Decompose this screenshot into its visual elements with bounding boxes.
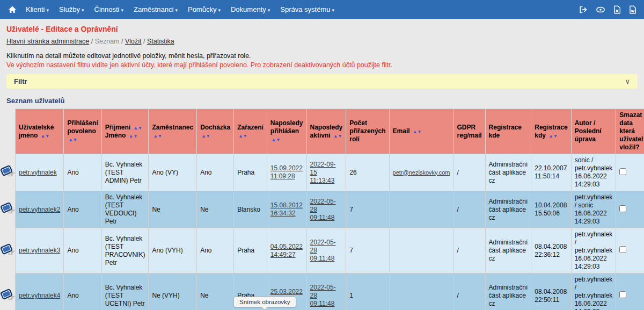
nav-item-dokumenty[interactable]: Dokumenty▾: [231, 5, 270, 13]
nav-item-spr-va-syst-mu[interactable]: Správa systému▾: [280, 5, 334, 13]
nav-item--innosti[interactable]: Činnosti▾: [94, 5, 124, 13]
user-detail-icon[interactable]: ☞: [0, 243, 15, 257]
breadcrumb: Hlavní stránka administrace / Seznam / V…: [6, 38, 638, 45]
delete-data-checkbox[interactable]: [619, 291, 626, 298]
users-table-header-row: Uživatelské jméno ▲▼Přihlášení povoleno …: [0, 109, 644, 154]
navbar-toolbar: [579, 5, 636, 14]
cell-last_login: 15.09.2022 11:09:28: [267, 154, 306, 191]
table-row: ☞ petr.vyhnalekAnoBc. Vyhnalek (TEST ADM…: [0, 154, 644, 191]
pointing-hand-icon: ☞: [8, 170, 15, 178]
cell-reg_where: Administrační část aplikace cz: [485, 191, 531, 228]
page-title: Uživatelé - Editace a Oprávnění: [6, 25, 638, 33]
logout-icon[interactable]: [579, 5, 588, 14]
last_active-link[interactable]: 2022-05-28 09:11:48: [310, 284, 336, 307]
column-header-reg_when[interactable]: Registrace kdy ▲▼: [531, 109, 571, 154]
nav-item-slu-by[interactable]: Služby▾: [59, 5, 84, 13]
last_login-link[interactable]: 04.05.2022 14:49:27: [270, 243, 303, 258]
column-header-assignment[interactable]: Zařazení ▲▼: [234, 109, 267, 154]
sort-arrows-icon[interactable]: ▲▼: [238, 133, 247, 139]
cell-gdpr: /: [453, 273, 485, 310]
sort-arrows-icon[interactable]: ▲▼: [68, 137, 77, 142]
sort-arrows-icon[interactable]: ▲▼: [41, 133, 50, 139]
breadcrumb-item: Seznam: [95, 38, 120, 45]
user-detail-icon[interactable]: ☞: [0, 288, 15, 302]
cell-gdpr: /: [453, 191, 485, 228]
chevron-down-icon: ▾: [332, 8, 334, 13]
column-header-last_active[interactable]: Naposledy aktivní ▲▼: [306, 109, 346, 154]
delete-data-checkbox[interactable]: [619, 205, 626, 212]
column-header-login_allowed[interactable]: Přihlášení povoleno ▲▼: [64, 109, 101, 154]
cell-author: petr.vyhnalek / petr.vyhnalek 16.06.2022…: [571, 228, 616, 273]
sort-arrows-icon[interactable]: ▲▼: [413, 129, 422, 134]
cell-name: Bc. Vyhnalek (TEST UCETNI) Petr: [101, 273, 149, 310]
sort-arrows-icon[interactable]: ▲▼: [153, 133, 162, 139]
sort-arrows-icon[interactable]: ▲▼: [133, 125, 142, 131]
column-header-author: Autor / Poslední úprava: [571, 109, 616, 154]
username-link[interactable]: petr.vyhnalek: [19, 169, 57, 176]
users-table: Uživatelské jméno ▲▼Přihlášení povoleno …: [0, 109, 644, 310]
delete-data-checkbox[interactable]: [619, 168, 626, 175]
excel-file-icon[interactable]: [613, 5, 621, 14]
table-row: ☞ petr.vyhnalek4AnoBc. Vyhnalek (TEST UC…: [0, 273, 644, 310]
last_active-link[interactable]: 2022-09-15 11:13:43: [310, 161, 336, 184]
eye-icon[interactable]: [596, 6, 605, 13]
last_login-link[interactable]: 15.08.2012 16:34:32: [270, 201, 303, 217]
screenshot-tooltip: Snímek obrazovky: [233, 297, 296, 307]
cell-username: petr.vyhnalek4: [16, 273, 64, 310]
word-file-icon[interactable]: [629, 5, 636, 14]
column-header-last_login[interactable]: Naposledy přihlášen ▲▼: [267, 109, 306, 154]
detail-icon-cell: ☞: [0, 191, 16, 228]
cell-last_active: 2022-05-28 09:11:48: [306, 191, 346, 228]
cell-username: petr.vyhnalek2: [16, 191, 64, 228]
detail-icon-cell: ☞: [0, 273, 16, 310]
last_login-link[interactable]: 15.09.2022 11:09:28: [270, 164, 303, 180]
cell-reg_when: 08.04.2008 22:50:11: [531, 273, 571, 310]
cell-username: petr.vyhnalek: [16, 154, 64, 191]
pointing-hand-icon: ☞: [8, 207, 15, 215]
cell-delete_check: [616, 191, 644, 228]
home-icon[interactable]: [8, 5, 17, 14]
column-header-employee[interactable]: Zaměstnanec ▲▼: [149, 109, 197, 154]
cell-attendance: Ne: [197, 191, 234, 228]
cell-login_allowed: Ano: [64, 273, 101, 310]
sort-arrows-icon[interactable]: ▲▼: [201, 133, 210, 139]
chevron-down-icon: ▾: [82, 8, 84, 13]
username-link[interactable]: petr.vyhnalek2: [19, 206, 60, 213]
breadcrumb-item[interactable]: Statistika: [147, 38, 174, 45]
cell-last_login: 15.08.2012 16:34:32: [267, 191, 306, 228]
cell-assignment: Praha: [234, 228, 267, 273]
chevron-down-icon[interactable]: ∨: [625, 77, 630, 85]
username-link[interactable]: petr.vyhnalek4: [19, 292, 60, 299]
warning-text: Ve výchozím nastavení filtru vidíte jen …: [6, 61, 638, 69]
breadcrumb-item[interactable]: Hlavní stránka administrace: [6, 38, 89, 45]
user-detail-icon[interactable]: ☞: [0, 164, 15, 179]
cell-login_allowed: Ano: [64, 228, 101, 273]
nav-item-klienti[interactable]: Klienti▾: [26, 5, 49, 13]
cell-delete_check: [616, 228, 644, 273]
table-row: ☞ petr.vyhnalek3AnoBc. Vyhnalek (TEST PR…: [0, 228, 644, 273]
last_active-link[interactable]: 2022-05-28 09:11:48: [310, 198, 336, 221]
column-header-attendance[interactable]: Docházka ▲▼: [197, 109, 234, 154]
nav-item-pom-cky[interactable]: Pomůcky▾: [188, 5, 221, 13]
email-link[interactable]: petr@neziskovky.com: [393, 169, 450, 176]
username-link[interactable]: petr.vyhnalek3: [19, 247, 60, 254]
column-header-name[interactable]: Příjmení ▲▼ Jméno ▲▼: [101, 109, 149, 154]
sort-arrows-icon[interactable]: ▲▼: [333, 133, 342, 139]
last_active-link[interactable]: 2022-05-28 09:11:48: [310, 239, 336, 262]
sort-arrows-icon[interactable]: ▲▼: [129, 133, 138, 139]
table-row: ☞ petr.vyhnalek2AnoBc. Vyhnalek (TEST VE…: [0, 191, 644, 228]
nav-item-zam-stnanci[interactable]: Zaměstnanci▾: [134, 5, 178, 13]
cell-login_allowed: Ano: [64, 154, 101, 191]
sort-arrows-icon[interactable]: ▲▼: [548, 133, 558, 139]
cell-attendance: Ne: [197, 273, 234, 310]
filter-panel-toggle[interactable]: Filtr ∨: [6, 74, 638, 89]
cell-roles_count: 7: [346, 191, 389, 228]
user-detail-icon[interactable]: ☞: [0, 201, 15, 216]
cell-attendance: Ano: [197, 154, 234, 191]
column-header-email[interactable]: Email ▲▼: [389, 109, 453, 154]
column-header-username[interactable]: Uživatelské jméno ▲▼: [16, 109, 64, 154]
cell-attendance: Ano: [197, 228, 234, 273]
delete-data-checkbox[interactable]: [619, 246, 626, 253]
breadcrumb-item[interactable]: Vložit: [125, 38, 142, 45]
sort-arrows-icon[interactable]: ▲▼: [272, 137, 281, 142]
